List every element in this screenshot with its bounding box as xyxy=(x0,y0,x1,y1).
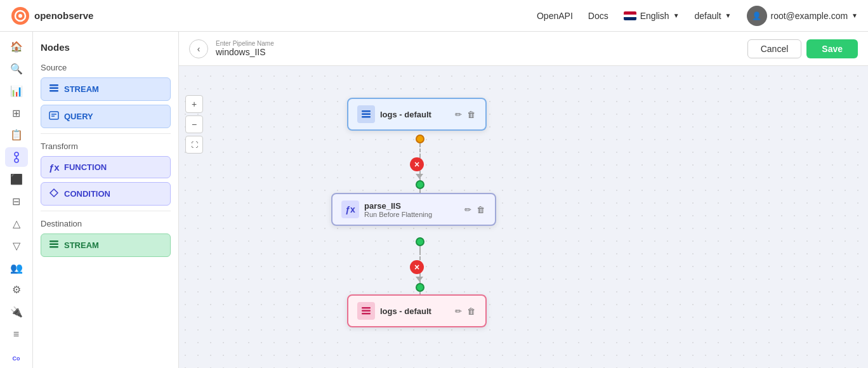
remove-btn-2[interactable]: × xyxy=(410,260,424,274)
function-flow-node: ƒx parse_IIS Run Before Flattening ✏ 🗑 xyxy=(331,193,496,226)
user-menu[interactable]: 👤 root@example.com ▼ xyxy=(747,6,858,26)
logo[interactable]: openobserve xyxy=(10,6,93,26)
source-flow-node: logs - default ✏ 🗑 xyxy=(347,98,487,131)
sidebar-item-settings[interactable]: ⚙ xyxy=(5,280,28,299)
source-section-label: Source xyxy=(41,63,171,72)
source-node-icon xyxy=(357,105,375,123)
logo-text: openobserve xyxy=(34,10,93,21)
function-node-delete-button[interactable]: 🗑 xyxy=(475,204,486,216)
pipeline-name-placeholder: Enter Pipeline Name xyxy=(216,40,327,47)
query-source-node[interactable]: QUERY xyxy=(41,105,171,128)
stream-source-label: STREAM xyxy=(64,84,99,94)
canvas-area: ‹ Enter Pipeline Name Cancel Save + − ⛶ xyxy=(179,32,868,368)
svg-rect-20 xyxy=(362,110,371,112)
remove-connection-1[interactable]: × xyxy=(410,157,424,171)
source-node-actions: ✏ 🗑 xyxy=(454,108,477,121)
icon-sidebar: 🏠 🔍 📊 ⊞ 📋 ⬛ ⊟ △ ▽ 👥 ⚙ 🔌 ≡ Co xyxy=(0,32,33,368)
sidebar-item-list[interactable]: ≡ xyxy=(5,324,28,344)
svg-rect-9 xyxy=(49,112,58,119)
stream-destination-icon xyxy=(49,239,59,251)
svg-rect-6 xyxy=(49,84,58,86)
function-transform-node[interactable]: ƒx FUNCTION xyxy=(41,156,171,178)
function-node-text: parse_IIS Run Before Flattening xyxy=(364,201,458,218)
top-nav: openobserve OpenAPI Docs English ▼ defau… xyxy=(0,0,868,32)
fullscreen-button[interactable]: ⛶ xyxy=(185,136,203,154)
nodes-panel-title: Nodes xyxy=(41,42,171,53)
sidebar-item-grid[interactable]: ⊞ xyxy=(5,103,28,123)
sidebar-item-dashboard[interactable]: 📋 xyxy=(5,125,28,145)
sidebar-item-home[interactable]: 🏠 xyxy=(5,37,28,56)
stream-source-icon xyxy=(49,83,59,95)
destination-section-label: Destination xyxy=(41,219,171,228)
zoom-in-button[interactable]: + xyxy=(185,95,203,113)
canvas-toolbar: + − ⛶ xyxy=(185,95,203,154)
pipeline-actions: Cancel Save xyxy=(747,39,858,58)
sidebar-item-pipeline[interactable] xyxy=(5,147,28,167)
language-selector[interactable]: English ▼ xyxy=(624,11,680,21)
source-node-text: logs - default xyxy=(380,110,449,119)
docs-link[interactable]: Docs xyxy=(588,11,608,21)
connector-dot-4 xyxy=(416,283,424,292)
sidebar-item-table[interactable]: ⊟ xyxy=(5,192,28,211)
docs-label: Docs xyxy=(588,11,608,21)
svg-rect-24 xyxy=(362,310,371,312)
svg-point-3 xyxy=(15,152,18,156)
flow-container: logs - default ✏ 🗑 × xyxy=(179,66,868,368)
function-node-edit-button[interactable]: ✏ xyxy=(463,204,473,216)
remove-connection-2[interactable]: × xyxy=(410,260,424,274)
source-node-edit-button[interactable]: ✏ xyxy=(454,108,463,121)
openapi-label: OpenAPI xyxy=(537,11,573,21)
zoom-out-button[interactable]: − xyxy=(185,115,203,133)
query-source-icon xyxy=(49,110,59,122)
condition-transform-label: CONDITION xyxy=(64,189,110,199)
svg-rect-21 xyxy=(362,114,371,115)
destination-node-text: logs - default xyxy=(380,306,449,316)
arrow-down-1 xyxy=(416,174,423,179)
destination-node-edit-button[interactable]: ✏ xyxy=(454,305,463,317)
sidebar-item-plugin[interactable]: 🔌 xyxy=(5,302,28,322)
sidebar-item-apps[interactable]: ⬛ xyxy=(5,169,28,189)
source-node-title: logs - default xyxy=(380,110,449,119)
sidebar-item-team[interactable]: 👥 xyxy=(5,258,28,278)
co-label: Co xyxy=(13,355,20,362)
condition-transform-node[interactable]: CONDITION xyxy=(41,182,171,206)
stream-destination-label: STREAM xyxy=(64,240,99,250)
openapi-link[interactable]: OpenAPI xyxy=(537,11,573,21)
svg-rect-25 xyxy=(362,313,371,315)
function-node-actions: ✏ 🗑 xyxy=(463,204,486,216)
function-transform-label: FUNCTION xyxy=(64,162,107,172)
destination-node-delete-button[interactable]: 🗑 xyxy=(466,305,477,317)
org-selector[interactable]: default ▼ xyxy=(695,11,732,21)
sidebar-item-filter[interactable]: ▽ xyxy=(5,236,28,256)
stream-destination-node[interactable]: STREAM xyxy=(41,233,171,257)
function-node-title: parse_IIS xyxy=(364,201,458,211)
org-label: default xyxy=(695,11,721,21)
org-chevron-icon: ▼ xyxy=(725,12,732,19)
svg-rect-14 xyxy=(49,244,58,246)
pipeline-name-input[interactable] xyxy=(216,47,327,57)
destination-node-icon xyxy=(357,302,375,320)
query-source-label: QUERY xyxy=(64,112,93,121)
back-button[interactable]: ‹ xyxy=(189,39,208,58)
connector-dot-1 xyxy=(416,135,424,143)
stream-source-node[interactable]: STREAM xyxy=(41,77,171,101)
save-button[interactable]: Save xyxy=(806,39,858,58)
sidebar-item-alert[interactable]: △ xyxy=(5,214,28,233)
cancel-button[interactable]: Cancel xyxy=(747,39,802,58)
nodes-panel: Nodes Source STREAM QUERY Transform ƒx F… xyxy=(33,32,179,368)
svg-point-4 xyxy=(15,159,18,162)
sidebar-item-search[interactable]: 🔍 xyxy=(5,59,28,79)
language-flag xyxy=(624,11,636,20)
language-chevron-icon: ▼ xyxy=(673,12,680,19)
svg-rect-13 xyxy=(49,240,58,242)
remove-btn-1[interactable]: × xyxy=(410,157,424,171)
source-node-delete-button[interactable]: 🗑 xyxy=(466,108,477,121)
user-label: root@example.com xyxy=(771,11,848,21)
pipeline-name-bar: ‹ Enter Pipeline Name Cancel Save xyxy=(179,32,868,66)
sidebar-item-chart[interactable]: 📊 xyxy=(5,81,28,101)
avatar: 👤 xyxy=(747,6,767,26)
user-chevron-icon: ▼ xyxy=(852,12,858,19)
connector-line-dashed-1 xyxy=(419,143,421,157)
connector-line-dashed-2 xyxy=(419,246,421,260)
arrow-down-2 xyxy=(416,277,423,282)
